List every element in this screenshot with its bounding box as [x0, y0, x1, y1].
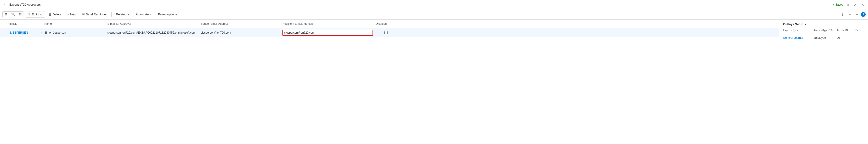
delete-button[interactable]: 🗑 Delete	[46, 11, 64, 18]
panel-row-more-icon[interactable]: ⋯	[827, 35, 831, 40]
col-header-initials: Initials	[8, 22, 36, 25]
monitor-icon-button[interactable]: ▯	[845, 2, 851, 7]
grid-view-button[interactable]: ☷	[17, 12, 24, 17]
panel-col-account-no: AccountNo	[837, 29, 856, 31]
saved-status: ✓ Saved	[832, 3, 843, 6]
back-icon: ←	[3, 3, 7, 7]
top-bar-right: ✓ Saved ▯ ➚ ✕	[832, 2, 866, 7]
new-button[interactable]: + New	[65, 11, 79, 18]
panel-cell-account-no: 00	[837, 36, 856, 39]
automate-button[interactable]: Automate ▼	[133, 11, 155, 18]
share-icon-button[interactable]: ⇧	[840, 12, 846, 17]
panel-chevron-icon: ▼	[804, 23, 807, 26]
related-button[interactable]: Related ▼	[114, 11, 132, 18]
panel-col-account-type: AccountType720	[813, 29, 837, 31]
list-view-button[interactable]: ☰	[3, 12, 9, 17]
main-content: Initials Name E-mail for Approval Sender…	[0, 20, 868, 144]
action-bar: ☰ 🔍 ☷ ✎ Edit List 🗑 Delete + New ✉ Send …	[0, 9, 868, 20]
right-panel: Outlays Setup ▼ ExpenseType AccountType7…	[779, 20, 868, 144]
cell-disabled	[374, 31, 398, 34]
row-arrow: →	[1, 31, 8, 34]
table-area: Initials Name E-mail for Approval Sender…	[0, 20, 779, 144]
cell-initials: SJESPERSEN	[8, 31, 36, 34]
open-new-icon-button[interactable]: ➚	[852, 2, 858, 7]
initials-link[interactable]: SJESPERSEN	[9, 31, 28, 34]
search-icon: 🔍	[11, 12, 15, 16]
page-title: Expense720 Approvers	[9, 3, 41, 6]
search-button[interactable]: 🔍	[9, 12, 17, 17]
panel-section-title: Outlays Setup ▼	[783, 22, 864, 26]
column-settings-icon-button[interactable]: ≡	[854, 12, 860, 17]
table-row: → SJESPERSEN ⋯ Simon Jespersen sjesperse…	[0, 28, 779, 37]
cell-recipient-email: sjespersen@on720.com	[281, 30, 374, 36]
fewer-options-button[interactable]: Fewer options	[155, 11, 180, 18]
col-header-recipient-email: Recipient Email Address	[281, 22, 374, 25]
cell-name: Simon Jespersen	[43, 31, 106, 34]
automate-dropdown-icon: ▼	[150, 13, 152, 16]
panel-table-header: ExpenseType AccountType720 AccountNo De.…	[783, 29, 864, 33]
send-reminder-icon: ✉	[82, 12, 85, 16]
cell-email-approval: sjespersen_on720.com#EXT#@20221107182030…	[106, 31, 199, 34]
filter-icon-button[interactable]: ▿	[847, 12, 852, 17]
top-bar: ← Expense720 Approvers ✓ Saved ▯ ➚ ✕	[0, 0, 868, 9]
col-header-email-approval: E-mail for Approval	[106, 22, 199, 25]
send-reminder-button[interactable]: ✉ Send Reminder	[80, 11, 109, 18]
delete-icon: 🗑	[49, 12, 52, 16]
expense-type-link[interactable]: General Journal	[783, 36, 803, 39]
recipient-email-highlighted: sjespersen@on720.com	[282, 30, 373, 36]
help-icon-button[interactable]: ?	[861, 12, 866, 17]
close-icon-button[interactable]: ✕	[860, 2, 866, 7]
list-view-icon: ☰	[4, 12, 7, 16]
new-icon: +	[67, 12, 69, 16]
back-button[interactable]: ←	[2, 2, 8, 7]
row-more-icon[interactable]: ⋯	[37, 30, 43, 35]
grid-icon: ☷	[19, 12, 22, 16]
table-header: Initials Name E-mail for Approval Sender…	[0, 20, 779, 28]
panel-col-expense-type: ExpenseType	[783, 29, 813, 31]
cell-sender-email: sjespersen@on720.com	[199, 31, 281, 34]
col-header-disabled: Disabled	[374, 22, 398, 25]
edit-list-icon: ✎	[28, 12, 31, 16]
panel-table-row: General Journal Employee ⋯ 00	[783, 34, 864, 41]
col-header-sender-email: Sender Email Address	[199, 22, 281, 25]
panel-cell-account-type: Employee ⋯	[813, 35, 837, 40]
col-header-name: Name	[43, 22, 106, 25]
edit-list-button[interactable]: ✎ Edit List	[26, 11, 45, 18]
related-dropdown-icon: ▼	[127, 13, 130, 16]
panel-col-de: De...	[856, 29, 862, 31]
disabled-checkbox[interactable]	[384, 31, 388, 34]
checkmark-icon: ✓	[832, 3, 835, 6]
cell-more-btn[interactable]: ⋯	[36, 30, 43, 35]
panel-cell-expense-type: General Journal	[783, 36, 813, 39]
separator-1	[111, 12, 112, 17]
